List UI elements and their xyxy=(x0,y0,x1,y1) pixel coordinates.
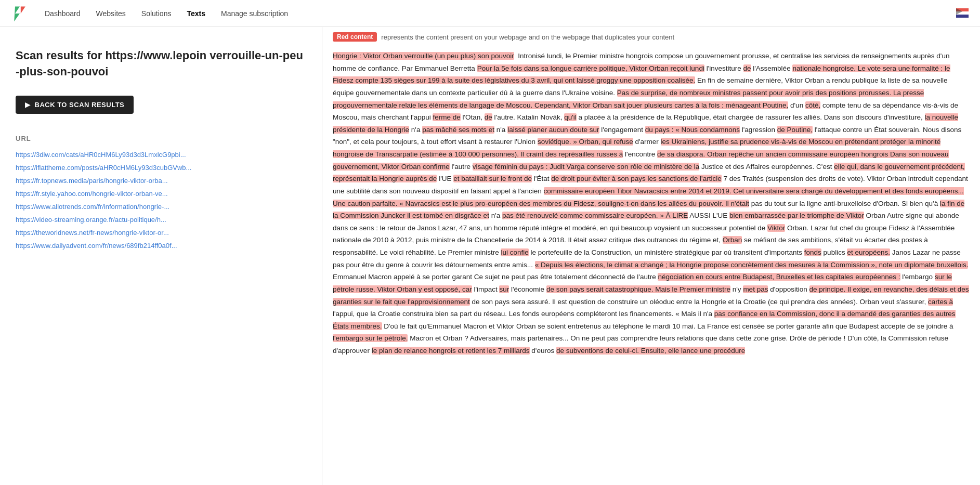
nav-manage-subscription[interactable]: Manage subscription xyxy=(221,9,288,18)
url-item[interactable]: https://video-streaming.orange.fr/actu-p… xyxy=(16,216,306,224)
back-btn-label: BACK TO SCAN RESULTS xyxy=(35,101,125,109)
highlight-span: de son pays serait catastrophique. Mais … xyxy=(546,285,730,293)
highlight-span: et européens. xyxy=(847,248,890,256)
highlight-span: pas été renouvelé comme commissaire euro… xyxy=(502,212,688,219)
highlight-span: soviétique. » Orban, qui refuse xyxy=(538,138,633,146)
highlight-span: « Depuis les élections, le climat a chan… xyxy=(535,261,969,269)
highlight-span: de Poutine, xyxy=(777,126,813,134)
nav-right xyxy=(955,6,970,21)
url-item[interactable]: https://fr.style.yahoo.com/hongrie-vikto… xyxy=(16,190,306,198)
highlight-span: et bataillait sur le front de xyxy=(453,175,532,182)
legend-text: represents the content present on your w… xyxy=(381,33,674,41)
url-item[interactable]: https://iflattheme.com/posts/aHR0cHM6Ly9… xyxy=(16,164,306,172)
highlight-span: l'embargo sur le pétrole. xyxy=(333,334,408,342)
highlight-span: de droit pour éviter à son pays les sanc… xyxy=(551,175,722,182)
highlight-span: ferme de xyxy=(433,113,460,121)
highlight-span: Orban xyxy=(723,236,742,244)
url-item[interactable]: https://theworldnews.net/fr-news/hongrie… xyxy=(16,229,306,237)
legend-bar: Red content represents the content prese… xyxy=(333,32,970,42)
url-item[interactable]: https://fr.topnews.media/paris/hongrie-v… xyxy=(16,177,306,185)
highlight-span: sur xyxy=(499,285,509,293)
highlight-span: Hongrie : Viktor Orban verrouille (un pe… xyxy=(333,52,514,60)
highlight-span: Pour la 5e fois dans sa longue carrière … xyxy=(477,64,704,72)
highlight-span: commissaire européen Tibor Navracsics en… xyxy=(333,187,964,207)
scan-title: Scan results for https://www.lepoin verr… xyxy=(16,48,306,80)
highlight-span: du pays : « Nous condamnons xyxy=(645,126,740,134)
highlight-span: pas mâché ses mots et xyxy=(422,126,494,134)
svg-rect-4 xyxy=(956,15,969,18)
highlight-span: qu'il xyxy=(564,113,577,121)
highlight-span: de subventions de celui-ci. Ensuite, ell… xyxy=(556,347,745,355)
highlight-span: de xyxy=(743,64,751,72)
highlight-span: négociation en cours entre Budapest, Bru… xyxy=(658,273,900,281)
nav-dashboard[interactable]: Dashboard xyxy=(45,9,81,18)
highlight-span: le plan de relance hongrois et retient l… xyxy=(372,347,530,355)
svg-marker-1 xyxy=(21,6,25,14)
highlight-span: visage féminin du pays : Judit Varga con… xyxy=(473,163,699,171)
highlight-span: côté, xyxy=(805,101,820,109)
logo[interactable] xyxy=(10,4,29,23)
url-item[interactable]: https://www.allotrends.com/fr/informatio… xyxy=(16,203,306,211)
navbar: Dashboard Websites Solutions Texts Manag… xyxy=(0,0,980,27)
left-panel: Scan results for https://www.lepoin verr… xyxy=(0,27,322,485)
url-item[interactable]: https://www.dailyadvent.com/fr/news/689f… xyxy=(16,242,306,250)
article-content: Hongrie : Viktor Orban verrouille (un pe… xyxy=(333,50,970,357)
highlight-span: bien embarrassée par le triomphe de Vikt… xyxy=(729,212,864,219)
highlight-span: fonds xyxy=(804,248,821,256)
page-wrapper: Scan results for https://www.lepoin verr… xyxy=(0,27,980,485)
url-section-label: URL xyxy=(16,135,306,142)
flag-icon[interactable] xyxy=(955,6,970,21)
url-item[interactable]: https://3diw.com/cats/aHR0cHM6Ly93d3d3Lm… xyxy=(16,151,306,159)
highlight-span: met pas xyxy=(743,285,768,293)
legend-badge: Red content xyxy=(333,32,377,42)
right-panel[interactable]: Red content represents the content prese… xyxy=(322,27,980,485)
highlight-span: lui confie xyxy=(501,248,528,256)
highlight-span: Viktor xyxy=(767,224,785,232)
back-btn-icon: ▶ xyxy=(25,101,31,109)
back-to-scan-results-button[interactable]: ▶ BACK TO SCAN RESULTS xyxy=(16,96,134,114)
url-list: https://3diw.com/cats/aHR0cHM6Ly93d3d3Lm… xyxy=(16,151,306,250)
highlight-span: cartes à xyxy=(928,298,953,306)
highlight-span: pas confiance en la Commission, donc il … xyxy=(333,310,956,330)
nav-solutions[interactable]: Solutions xyxy=(141,9,172,18)
nav-websites[interactable]: Websites xyxy=(96,9,126,18)
nav-links: Dashboard Websites Solutions Texts Manag… xyxy=(45,9,288,18)
highlight-span: Pas de surprise, de nombreux ministres p… xyxy=(333,89,924,109)
highlight-span: de xyxy=(485,113,492,121)
svg-marker-0 xyxy=(14,6,20,21)
nav-texts[interactable]: Texts xyxy=(187,9,205,18)
highlight-span: laissé planer aucun doute sur xyxy=(507,126,599,134)
